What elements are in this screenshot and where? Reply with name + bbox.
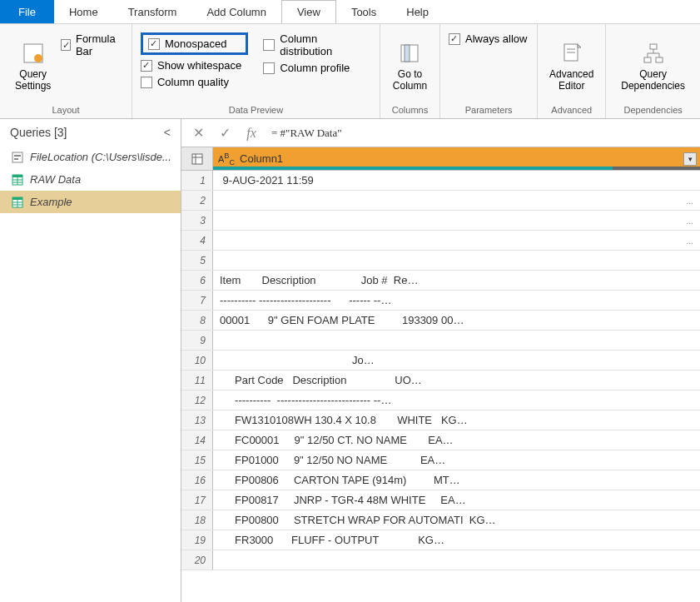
cell[interactable]: Jo… bbox=[213, 351, 700, 370]
svg-rect-9 bbox=[656, 57, 663, 62]
svg-rect-27 bbox=[192, 154, 202, 164]
table-row[interactable]: 19 FR3000 FLUFF - OUTPUT KG… bbox=[181, 530, 700, 550]
advanced-editor-button[interactable]: Advanced Editor bbox=[546, 27, 597, 103]
query-item-1[interactable]: RAW Data bbox=[0, 168, 181, 191]
menu-tools[interactable]: Tools bbox=[336, 0, 391, 23]
table-row[interactable]: 15 FP01000 9" 12/50 NO NAME EA… bbox=[181, 450, 700, 470]
always-allow-checkbox[interactable]: Always allow bbox=[449, 32, 529, 45]
row-number: 6 bbox=[181, 271, 213, 290]
table-row[interactable]: 1 9-AUG-2021 11:59 bbox=[181, 171, 700, 191]
cell[interactable]: 00001 9" GEN FOAM PLATE 193309 00… bbox=[213, 311, 700, 330]
table-row[interactable]: 16 FP00806 CARTON TAPE (914m) MT… bbox=[181, 470, 700, 490]
cell[interactable]: FP00817 JNRP - TGR-4 48M WHITE EA… bbox=[213, 490, 700, 510]
svg-rect-23 bbox=[12, 197, 22, 200]
menu-view[interactable]: View bbox=[281, 0, 336, 23]
menu-add-column[interactable]: Add Column bbox=[191, 0, 281, 23]
cell[interactable] bbox=[213, 331, 700, 350]
table-row[interactable]: 11 Part Code Description UO… bbox=[181, 371, 700, 391]
cell[interactable]: ---------- -------------------------- --… bbox=[213, 391, 700, 410]
cell[interactable]: FC00001 9" 12/50 CT. NO NAME EA… bbox=[213, 430, 700, 450]
table-row[interactable]: 20 bbox=[181, 550, 700, 570]
table-row[interactable]: 3... bbox=[181, 211, 700, 231]
row-number: 14 bbox=[181, 430, 213, 450]
collapse-icon[interactable]: < bbox=[164, 126, 171, 139]
column-quality-bar-gray bbox=[613, 167, 700, 170]
svg-rect-15 bbox=[14, 155, 21, 157]
table-row[interactable]: 12 ---------- --------------------------… bbox=[181, 391, 700, 410]
queries-header: Queries [3] < bbox=[0, 119, 181, 146]
table-row[interactable]: 13 FW1310108WH 130.4 X 10.8 WHITE KG… bbox=[181, 410, 700, 430]
row-number: 16 bbox=[181, 470, 213, 490]
table-row[interactable]: 9 bbox=[181, 331, 700, 351]
group-label-data-preview: Data Preview bbox=[141, 103, 371, 117]
checkbox-icon bbox=[449, 33, 460, 45]
query-settings-button[interactable]: Query Settings bbox=[8, 27, 57, 103]
cell[interactable]: ... bbox=[213, 191, 700, 210]
checkbox-icon bbox=[263, 39, 275, 51]
column-quality-checkbox[interactable]: Column quality bbox=[141, 76, 249, 88]
column-profile-checkbox[interactable]: Column profile bbox=[263, 62, 371, 74]
goto-column-button[interactable]: Go to Column bbox=[389, 27, 431, 103]
cell[interactable]: ... bbox=[213, 211, 700, 230]
table-row[interactable]: 6Item Description Job # Re… bbox=[181, 271, 700, 291]
confirm-formula-icon[interactable]: ✓ bbox=[215, 123, 235, 143]
checkbox-icon bbox=[263, 62, 275, 74]
query-item-0[interactable]: FileLocation (C:\Users\lisde... bbox=[0, 146, 181, 168]
cell[interactable]: FP00800 STRETCH WRAP FOR AUTOMATI KG… bbox=[213, 510, 700, 530]
grid-corner[interactable] bbox=[181, 147, 213, 171]
table-row[interactable]: 2... bbox=[181, 191, 700, 211]
cell[interactable]: ---------- -------------------- ------ -… bbox=[213, 291, 700, 310]
cell[interactable]: FW1310108WH 130.4 X 10.8 WHITE KG… bbox=[213, 410, 700, 430]
group-label-parameters: Parameters bbox=[449, 103, 529, 117]
editor: ✕ ✓ fx ABC Column1 ▾ 1 9-AUG-2021 11:592… bbox=[181, 119, 700, 602]
table-row[interactable]: 5 bbox=[181, 251, 700, 271]
row-number: 19 bbox=[181, 530, 213, 550]
cell[interactable]: ... bbox=[213, 231, 700, 250]
menu-home[interactable]: Home bbox=[54, 0, 113, 23]
svg-rect-16 bbox=[14, 158, 18, 160]
menu-transform[interactable]: Transform bbox=[113, 0, 192, 23]
main: Queries [3] < FileLocation (C:\Users\lis… bbox=[0, 119, 700, 602]
table-row[interactable]: 10 Jo… bbox=[181, 351, 700, 371]
cell[interactable]: FP01000 9" 12/50 NO NAME EA… bbox=[213, 450, 700, 470]
table-icon bbox=[12, 174, 23, 186]
svg-rect-18 bbox=[12, 175, 22, 177]
query-item-2[interactable]: Example bbox=[0, 191, 181, 213]
query-dependencies-button[interactable]: Query Dependencies bbox=[614, 27, 692, 103]
cell[interactable]: 9-AUG-2021 11:59 bbox=[213, 171, 700, 190]
ribbon: Query Settings Formula Bar Layout Monosp… bbox=[0, 24, 700, 119]
table-row[interactable]: 4... bbox=[181, 231, 700, 251]
table-row[interactable]: 17 FP00817 JNRP - TGR-4 48M WHITE EA… bbox=[181, 490, 700, 510]
table-row[interactable]: 14 FC00001 9" 12/50 CT. NO NAME EA… bbox=[181, 430, 700, 450]
formula-input[interactable] bbox=[268, 123, 693, 143]
fx-icon[interactable]: fx bbox=[241, 123, 261, 143]
monospaced-checkbox[interactable]: Monospaced bbox=[148, 37, 238, 50]
menu-help[interactable]: Help bbox=[391, 0, 444, 23]
cell[interactable] bbox=[213, 550, 700, 570]
table-row[interactable]: 18 FP00800 STRETCH WRAP FOR AUTOMATI KG… bbox=[181, 510, 700, 530]
row-number: 17 bbox=[181, 490, 213, 510]
table-row[interactable]: 7---------- -------------------- ------ … bbox=[181, 291, 700, 311]
menu-file[interactable]: File bbox=[0, 0, 54, 23]
formula-bar-checkbox[interactable]: Formula Bar bbox=[61, 32, 123, 57]
row-number: 12 bbox=[181, 391, 213, 410]
row-number: 20 bbox=[181, 550, 213, 570]
menu-bar: File Home Transform Add Column View Tool… bbox=[0, 0, 700, 24]
column-distribution-checkbox[interactable]: Column distribution bbox=[263, 32, 371, 57]
data-grid: ABC Column1 ▾ 1 9-AUG-2021 11:592...3...… bbox=[181, 147, 700, 602]
column-filter-dropdown[interactable]: ▾ bbox=[683, 152, 697, 166]
show-whitespace-checkbox[interactable]: Show whitespace bbox=[141, 59, 249, 72]
cell[interactable]: FP00806 CARTON TAPE (914m) MT… bbox=[213, 470, 700, 490]
group-label-dependencies: Dependencies bbox=[614, 103, 692, 117]
parameter-icon bbox=[12, 152, 23, 163]
column-header-column1[interactable]: ABC Column1 ▾ bbox=[213, 147, 700, 171]
cell[interactable]: FR3000 FLUFF - OUTPUT KG… bbox=[213, 530, 700, 550]
text-type-icon: ABC bbox=[218, 152, 235, 167]
cell[interactable]: Part Code Description UO… bbox=[213, 371, 700, 390]
cancel-formula-icon[interactable]: ✕ bbox=[188, 123, 208, 143]
cell[interactable] bbox=[213, 251, 700, 270]
cell[interactable]: Item Description Job # Re… bbox=[213, 271, 700, 290]
row-number: 3 bbox=[181, 211, 213, 230]
column-quality-bar bbox=[213, 167, 613, 170]
table-row[interactable]: 800001 9" GEN FOAM PLATE 193309 00… bbox=[181, 311, 700, 331]
